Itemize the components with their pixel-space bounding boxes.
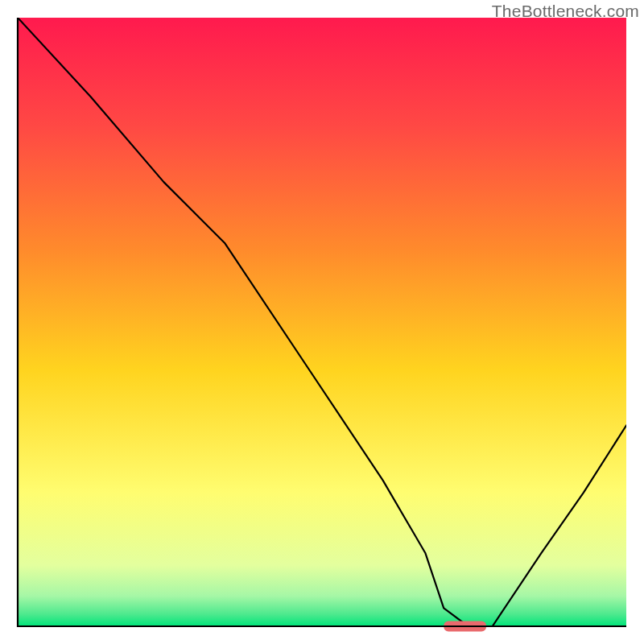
gradient-background	[18, 18, 626, 626]
watermark-text: TheBottleneck.com	[492, 2, 639, 21]
bottleneck-chart	[0, 0, 644, 644]
